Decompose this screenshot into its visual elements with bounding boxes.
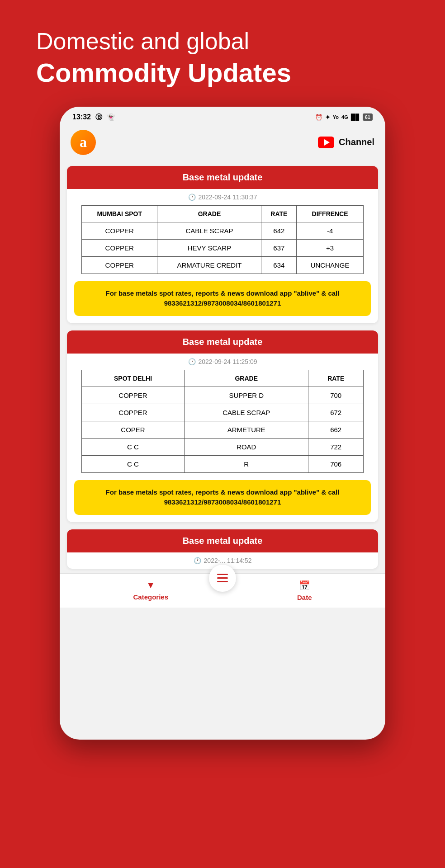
nav-categories[interactable]: ▼ Categories	[133, 580, 168, 601]
col-rate-2: RATE	[308, 370, 364, 387]
cell-rate-637: 637	[261, 239, 297, 256]
cell-coper-d: COPER	[82, 421, 185, 438]
phone-frame: 13:32 Ⓑ 👻 ⏰ ✦ Yo 4G ▉▊ 61 a Channel Base…	[60, 107, 385, 740]
hero-title: Commodity Updates	[36, 57, 409, 89]
table-row: C C R 706	[82, 455, 364, 472]
lte-icon: 4G	[341, 114, 348, 120]
card1-table: MUMBAI SPOT GRADE RATE DIFFRENCE COPPER …	[81, 205, 364, 274]
card2-table-wrapper: SPOT DELHI GRADE RATE COPPER SUPPER D 70…	[67, 370, 378, 480]
table-row: COPPER HEVY SCARP 637 +3	[82, 239, 364, 256]
nav-center-button[interactable]	[209, 565, 236, 592]
card1-notice-text: For base metals spot rates, reports & ne…	[83, 288, 362, 309]
content-area: Base metal update 🕐 2022-09-24 11:30:37 …	[60, 161, 385, 573]
hamburger-icon	[217, 574, 228, 582]
cell-copper-3: COPPER	[82, 256, 157, 274]
col-mumbai-spot: MUMBAI SPOT	[82, 205, 157, 222]
cell-cc-1: C C	[82, 438, 185, 455]
nav-categories-label: Categories	[133, 593, 168, 601]
cell-rate-700: 700	[308, 387, 364, 404]
table-row: COPPER CABLE SCRAP 642 -4	[82, 222, 364, 239]
table-row: C C ROAD 722	[82, 438, 364, 455]
cell-rate-706: 706	[308, 455, 364, 472]
card2-header: Base metal update	[67, 330, 378, 354]
col-rate-1: RATE	[261, 205, 297, 222]
logo-letter: a	[80, 134, 87, 151]
alarm-icon: ⏰	[315, 114, 322, 121]
card1-timestamp: 🕐 2022-09-24 11:30:37	[67, 189, 378, 205]
card2-notice: For base metals spot rates, reports & ne…	[74, 480, 371, 515]
card1-notice: For base metals spot rates, reports & ne…	[74, 281, 371, 316]
clock-icon-1: 🕐	[188, 193, 196, 201]
cell-armature-credit: ARMATURE CREDIT	[157, 256, 261, 274]
clock-icon-3: 🕐	[194, 557, 201, 564]
cell-rate-662: 662	[308, 421, 364, 438]
col-grade-2: GRADE	[185, 370, 308, 387]
nav-date[interactable]: 📅 Date	[297, 580, 312, 601]
hero-section: Domestic and global Commodity Updates	[0, 0, 445, 107]
youtube-icon	[318, 137, 334, 148]
signal-icon: ▉▊	[351, 114, 360, 121]
cell-diff-plus3: +3	[297, 239, 364, 256]
app-header: a Channel	[60, 125, 385, 161]
app-logo: a	[71, 130, 96, 155]
col-grade-1: GRADE	[157, 205, 261, 222]
cell-hevy-scarp: HEVY SCARP	[157, 239, 261, 256]
cell-supper-d: SUPPER D	[185, 387, 308, 404]
card2-notice-text: For base metals spot rates, reports & ne…	[83, 487, 362, 508]
cell-rate-672: 672	[308, 404, 364, 421]
status-bar: 13:32 Ⓑ 👻 ⏰ ✦ Yo 4G ▉▊ 61	[60, 107, 385, 125]
cell-armeture: ARMETURE	[185, 421, 308, 438]
cell-copper-d1: COPPER	[82, 387, 185, 404]
card3-title: Base metal update	[76, 536, 369, 546]
card1-title: Base metal update	[76, 172, 369, 183]
card2-table: SPOT DELHI GRADE RATE COPPER SUPPER D 70…	[81, 370, 364, 473]
card2-title: Base metal update	[76, 337, 369, 347]
status-b-icon: Ⓑ	[95, 113, 102, 122]
calendar-icon: 📅	[299, 580, 310, 591]
card3-header: Base metal update	[67, 529, 378, 552]
card2-timestamp-text: 2022-09-24 11:25:09	[199, 358, 257, 365]
yo-icon: Yo	[333, 114, 339, 120]
card-delhi: Base metal update 🕐 2022-09-24 11:25:09 …	[67, 330, 378, 522]
cell-rate-722: 722	[308, 438, 364, 455]
cell-unchange: UNCHANGE	[297, 256, 364, 274]
nav-date-label: Date	[297, 594, 312, 601]
col-spot-delhi: SPOT DELHI	[82, 370, 185, 387]
bottom-nav: ▼ Categories 📅 Date	[60, 573, 385, 608]
table-row: COPER ARMETURE 662	[82, 421, 364, 438]
card1-timestamp-text: 2022-09-24 11:30:37	[199, 193, 257, 201]
status-snap-icon: 👻	[107, 113, 115, 121]
cell-copper-2: COPPER	[82, 239, 157, 256]
cell-diff-4: -4	[297, 222, 364, 239]
cell-road: ROAD	[185, 438, 308, 455]
card-mumbai: Base metal update 🕐 2022-09-24 11:30:37 …	[67, 166, 378, 323]
hero-subtitle: Domestic and global	[36, 27, 409, 55]
cell-cc-2: C C	[82, 455, 185, 472]
card3-timestamp-text: 2022-... 11:14:52	[204, 557, 252, 564]
card1-header: Base metal update	[67, 166, 378, 189]
table-row: COPPER ARMATURE CREDIT 634 UNCHANGE	[82, 256, 364, 274]
status-time: 13:32	[72, 113, 91, 121]
col-diffrence-1: DIFFRENCE	[297, 205, 364, 222]
table-row: COPPER SUPPER D 700	[82, 387, 364, 404]
cell-rate-634: 634	[261, 256, 297, 274]
youtube-channel[interactable]: Channel	[318, 137, 374, 148]
status-icons: ⏰ ✦ Yo 4G ▉▊ 61	[315, 113, 373, 121]
table-row: COPPER CABLE SCRAP 672	[82, 404, 364, 421]
cell-r: R	[185, 455, 308, 472]
cell-rate-642: 642	[261, 222, 297, 239]
battery-icon: 61	[363, 113, 373, 121]
bluetooth-icon: ✦	[325, 114, 330, 121]
card-partial: Base metal update 🕐 2022-... 11:14:52	[67, 529, 378, 569]
clock-icon-2: 🕐	[188, 358, 196, 365]
cell-cable-scrap-1: CABLE SCRAP	[157, 222, 261, 239]
card1-table-wrapper: MUMBAI SPOT GRADE RATE DIFFRENCE COPPER …	[67, 205, 378, 281]
status-left: 13:32 Ⓑ 👻	[72, 113, 115, 122]
cell-copper-d2: COPPER	[82, 404, 185, 421]
channel-label: Channel	[339, 137, 374, 147]
cell-cable-scrap-d: CABLE SCRAP	[185, 404, 308, 421]
card2-timestamp: 🕐 2022-09-24 11:25:09	[67, 354, 378, 370]
cell-copper-1: COPPER	[82, 222, 157, 239]
filter-icon: ▼	[146, 580, 155, 590]
